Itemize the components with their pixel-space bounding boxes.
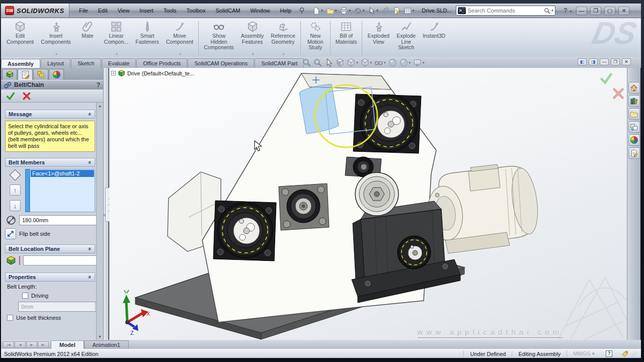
close-button[interactable]: ✕ xyxy=(618,7,629,15)
diameter-input[interactable] xyxy=(20,216,96,225)
collapse-chevron-icon[interactable]: « xyxy=(87,276,93,279)
menu-solidcam[interactable]: SolidCAM xyxy=(211,6,245,16)
linear-component-pattern-button[interactable]: Linear Compon...▾ xyxy=(101,19,132,57)
tab-solidcam-part[interactable]: SolidCAM Part xyxy=(255,58,304,68)
exploded-view-button[interactable]: Exploded View xyxy=(364,19,393,57)
tab-evaluate[interactable]: Evaluate xyxy=(102,58,136,68)
belt-members-list[interactable]: Face<1>@shaft1-2 xyxy=(30,169,95,212)
open-document-button[interactable]: ▾ xyxy=(325,6,339,16)
assembly-features-button[interactable]: Assembly Features▾ xyxy=(237,19,268,57)
menu-edit[interactable]: Edit xyxy=(94,6,112,16)
apply-scene-button[interactable]: ▾ xyxy=(399,58,412,67)
message-section-header[interactable]: Message « xyxy=(5,110,95,119)
instant3d-button[interactable]: Instant3D xyxy=(419,19,449,57)
hex-pulley[interactable] xyxy=(355,172,398,216)
file-explorer-tab[interactable] xyxy=(628,108,640,120)
collapse-chevron-icon[interactable]: « xyxy=(87,161,93,164)
left-pulley[interactable] xyxy=(213,201,276,261)
move-up-button[interactable]: ↑ xyxy=(10,185,21,196)
ok-button[interactable] xyxy=(6,92,15,101)
minimize-button[interactable]: — xyxy=(576,7,587,15)
property-manager-tab[interactable] xyxy=(18,69,33,80)
select-button[interactable]: ▾ xyxy=(366,6,380,16)
insert-components-button[interactable]: Insert Components▾ xyxy=(37,19,74,57)
bill-of-materials-button[interactable]: Bill of Materials xyxy=(332,19,361,57)
cancel-button[interactable] xyxy=(22,92,31,101)
search-input[interactable] xyxy=(466,8,544,14)
edit-appearance-button[interactable] xyxy=(388,58,397,67)
menu-toolbox[interactable]: Toolbox xyxy=(182,6,210,16)
search-dropdown-icon[interactable]: ▾ xyxy=(551,9,553,13)
pane-split-left-button[interactable]: ◧ xyxy=(578,58,587,65)
splitter-grip[interactable]: ≡ xyxy=(103,213,106,218)
units-dropdown[interactable]: MMGS ▾ xyxy=(567,350,601,357)
driving-checkbox[interactable] xyxy=(22,293,28,299)
model-tab[interactable]: Model xyxy=(51,340,84,349)
menu-insert[interactable]: Insert xyxy=(135,6,158,16)
feature-help-button[interactable]: ? xyxy=(97,81,100,88)
explode-line-sketch-button[interactable]: Explode Line Sketch xyxy=(393,19,419,57)
section-view-button[interactable] xyxy=(335,58,345,67)
zoom-to-fit-button[interactable] xyxy=(302,58,311,67)
print-button[interactable]: ▾ xyxy=(339,6,352,16)
top-pulley[interactable] xyxy=(353,94,421,153)
custom-properties-tab[interactable] xyxy=(628,147,640,159)
scroll-up-icon[interactable]: ▲ xyxy=(98,103,102,109)
reference-geometry-button[interactable]: Reference Geometry▾ xyxy=(267,19,298,57)
display-style-button[interactable]: ▾ xyxy=(360,58,373,67)
menu-view[interactable]: View xyxy=(113,6,134,16)
search-icon[interactable] xyxy=(544,8,550,14)
previous-view-button[interactable] xyxy=(324,58,334,67)
viewport-feature-tree[interactable]: + Drive (Default<Default_te... xyxy=(111,69,194,77)
hide-show-items-button[interactable]: ▾ xyxy=(374,58,386,67)
move-component-button[interactable]: Move Component▾ xyxy=(163,19,197,57)
new-document-button[interactable]: ▾ xyxy=(311,6,325,16)
belt-members-section-header[interactable]: Belt Members « xyxy=(5,158,95,167)
properties-section-header[interactable]: Properties « xyxy=(5,273,95,282)
tab-layout[interactable]: Layout xyxy=(41,58,70,68)
file-properties-button[interactable] xyxy=(391,6,402,16)
view-orientation-button[interactable]: ▾ xyxy=(346,58,359,67)
menu-file[interactable]: File xyxy=(74,6,93,16)
doc-minimize-button[interactable]: — xyxy=(600,58,609,65)
plane-input[interactable] xyxy=(24,256,100,265)
move-down-button[interactable]: ↓ xyxy=(10,200,21,211)
use-belt-thickness-checkbox[interactable] xyxy=(7,315,13,321)
flange-bearing[interactable] xyxy=(279,184,329,230)
resize-grip[interactable]: ⋰ xyxy=(632,351,638,356)
configuration-manager-tab[interactable] xyxy=(33,69,48,80)
options-button[interactable]: ▾ xyxy=(403,6,416,16)
resources-tab[interactable] xyxy=(628,82,640,94)
pin-menu-icon[interactable] xyxy=(298,7,306,15)
design-library-tab[interactable] xyxy=(628,95,640,107)
next-tab-button[interactable]: ▶ xyxy=(26,341,37,348)
confirmation-corner-ok[interactable] xyxy=(600,72,613,87)
selected-face[interactable] xyxy=(299,84,339,134)
zoom-to-area-button[interactable] xyxy=(313,58,323,67)
tab-sketch[interactable]: Sketch xyxy=(71,58,101,68)
pane-split-right-button[interactable]: ◨ xyxy=(589,58,598,65)
graphics-viewport[interactable]: X Z + Drive (Default<Default_te... www.a… xyxy=(109,68,627,340)
first-tab-button[interactable]: |◀ xyxy=(3,341,14,348)
gearbox-pulley[interactable] xyxy=(397,236,431,269)
tab-assembly[interactable]: Assembly xyxy=(1,59,40,68)
display-manager-tab[interactable] xyxy=(49,69,64,80)
tab-solidcam-operations[interactable]: SolidCAM Operations xyxy=(188,58,254,68)
tab-office-products[interactable]: Office Products xyxy=(136,58,187,68)
collapse-chevron-icon[interactable]: « xyxy=(87,247,93,250)
last-tab-button[interactable]: ▶| xyxy=(38,341,49,348)
rebuild-button[interactable] xyxy=(380,6,391,16)
tree-expand-icon[interactable]: + xyxy=(111,71,116,75)
search-commands-box[interactable]: >_ ▾ xyxy=(456,6,555,16)
show-hidden-components-button[interactable]: Show Hidden Components xyxy=(200,19,237,57)
belt-location-plane-section-header[interactable]: Belt Location Plane « xyxy=(5,244,95,253)
tags-icon[interactable] xyxy=(621,350,628,357)
doc-restore-button[interactable]: ❐ xyxy=(611,58,620,65)
quick-tips-button[interactable]: ? xyxy=(606,350,612,357)
maximize-button[interactable]: ▢ xyxy=(604,7,615,15)
restore-button[interactable]: ❐ xyxy=(590,7,601,15)
help-button[interactable]: ? ▾ xyxy=(562,7,574,14)
collapse-chevron-icon[interactable]: « xyxy=(87,113,93,116)
smart-fasteners-button[interactable]: Smart Fasteners xyxy=(132,19,163,57)
menu-tools[interactable]: Tools xyxy=(159,6,181,16)
